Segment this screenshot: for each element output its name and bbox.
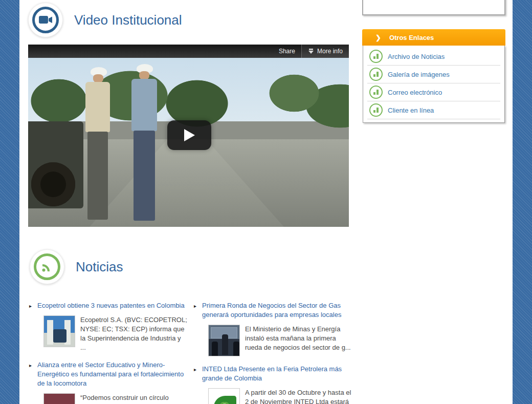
rss-icon [34, 253, 60, 280]
noticias-badge [30, 249, 64, 284]
sidebar-item-archivo-de-noticias[interactable]: Archivo de Noticias [367, 48, 500, 66]
news-title-link[interactable]: ▸ Alianza entre el Sector Educativo y Mi… [28, 360, 188, 388]
news-title-link[interactable]: ▸ Ecopetrol obtiene 3 nuevas patentes en… [28, 301, 188, 310]
sidebar-item-correo-electronico[interactable]: Correo electrónico [367, 83, 500, 101]
video-player[interactable]: Share More info [28, 45, 349, 227]
video-section-title: Video Institucional [74, 12, 182, 28]
video-camera-icon [32, 7, 59, 33]
otros-enlaces-header[interactable]: ❯ Otros Enlaces [362, 29, 505, 46]
video-badge [28, 3, 63, 37]
sidebar-widget-cutoff [362, 0, 505, 15]
news-item: ▸ Ecopetrol obtiene 3 nuevas patentes en… [28, 301, 188, 352]
play-icon [183, 129, 195, 142]
news-excerpt: “Podemos construir un círculo virtuoso a… [80, 393, 188, 404]
more-info-arrow-icon [308, 48, 314, 54]
bullet-arrow-icon: ▸ [29, 302, 32, 311]
otros-enlaces-title: Otros Enlaces [389, 34, 434, 41]
news-item: ▸ INTED Ltda Presente en la Feria Petrol… [193, 365, 352, 404]
news-title-link[interactable]: ▸ INTED Ltda Presente en la Feria Petrol… [193, 365, 352, 383]
share-button-label: Share [279, 48, 295, 55]
bar-chart-icon [369, 86, 383, 99]
play-button[interactable] [167, 120, 211, 150]
bar-chart-icon [369, 50, 383, 63]
bar-chart-icon [369, 103, 383, 117]
news-thumbnail[interactable] [208, 325, 240, 356]
noticias-section-header: Noticias [30, 249, 123, 284]
sidebar-item-galeria-de-imagenes[interactable]: Galería de imágenes [367, 66, 500, 83]
chevron-right-icon: ❯ [375, 34, 381, 41]
video-frame-truck-wheel [31, 162, 75, 206]
news-thumbnail[interactable] [43, 393, 75, 404]
sidebar-item-cliente-en-linea[interactable]: Cliente en línea [367, 101, 500, 119]
news-column-left: ▸ Ecopetrol obtiene 3 nuevas patentes en… [28, 301, 188, 404]
noticias-section-title: Noticias [76, 259, 123, 275]
news-excerpt: El Ministerio de Minas y Energía instaló… [245, 325, 352, 356]
share-button[interactable]: Share [273, 45, 301, 58]
video-top-bar: Share More info [28, 45, 349, 58]
video-section-header: Video Institucional [28, 3, 182, 37]
news-item: ▸ Primera Ronda de Negocios del Sector d… [193, 301, 352, 356]
more-info-button[interactable]: More info [301, 45, 349, 58]
bullet-arrow-icon: ▸ [194, 365, 196, 374]
bullet-arrow-icon: ▸ [194, 302, 196, 311]
bullet-arrow-icon: ▸ [29, 361, 32, 370]
news-excerpt: A partir del 30 de Octubre y hasta el 2 … [245, 388, 352, 404]
more-info-label: More info [317, 48, 343, 55]
news-excerpt: Ecopetrol S.A. (BVC: ECOPETROL; NYSE: EC… [80, 315, 188, 352]
content-area: Video Institucional Share [19, 0, 513, 404]
otros-enlaces-box: Archivo de Noticias Galería de imágenes … [363, 46, 505, 123]
news-thumbnail[interactable] [43, 315, 75, 347]
news-thumbnail[interactable] [208, 388, 240, 404]
news-item: ▸ Alianza entre el Sector Educativo y Mi… [28, 360, 188, 404]
bar-chart-icon [369, 68, 383, 81]
news-column-right: ▸ Primera Ronda de Negocios del Sector d… [193, 301, 352, 404]
news-title-link[interactable]: ▸ Primera Ronda de Negocios del Sector d… [193, 301, 352, 320]
